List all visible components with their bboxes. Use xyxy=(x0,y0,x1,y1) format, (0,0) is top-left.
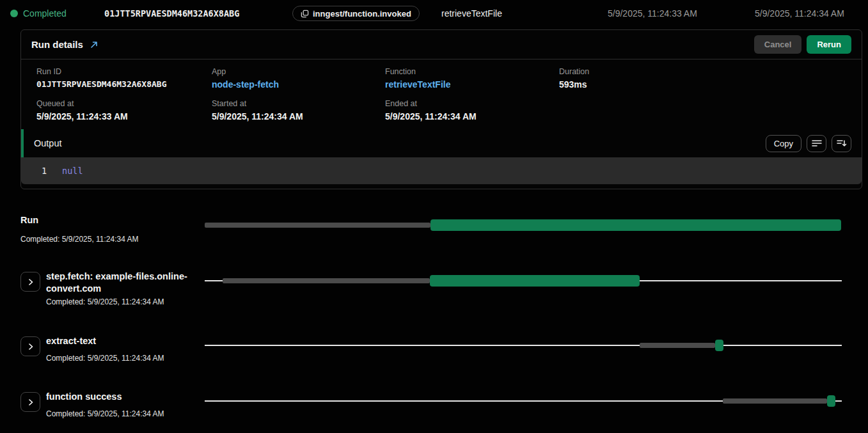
output-success-stripe xyxy=(21,129,24,157)
expand-output-icon[interactable] xyxy=(832,135,851,152)
trigger-event-badge[interactable]: inngest/function.invoked xyxy=(292,6,420,21)
expand-row-button[interactable] xyxy=(20,392,40,412)
wrap-text-icon[interactable] xyxy=(807,135,826,152)
timeline-segment-running xyxy=(430,219,841,231)
copy-output-button[interactable]: Copy xyxy=(766,135,801,152)
run-details-grid: Run ID 01JTT5RPVAESDM46M32A6X8ABG App no… xyxy=(21,59,862,129)
field-duration: Duration 593ms xyxy=(559,67,846,90)
run-details-panel: Run details Cancel Rerun Run ID 01JTT5RP… xyxy=(20,29,862,189)
field-queued-at: Queued at 5/9/2025, 11:24:33 AM xyxy=(36,99,212,122)
timeline-track xyxy=(205,219,842,231)
trigger-event-name: inngest/function.invoked xyxy=(313,9,411,19)
step-name: step.fetch: example-files.online-convert… xyxy=(46,271,207,295)
timeline-row-label: RunCompleted: 5/9/2025, 11:24:34 AM xyxy=(20,214,182,244)
field-label: Queued at xyxy=(36,99,212,108)
field-value: 593ms xyxy=(559,79,846,90)
panel-title: Run details xyxy=(31,39,83,50)
expand-row-button[interactable] xyxy=(20,336,40,356)
run-timeline: RunCompleted: 5/9/2025, 11:24:34 AMstep.… xyxy=(0,189,868,419)
run-id-text: 01JTT5RPVAESDM46M32A6X8ABG xyxy=(104,8,239,19)
field-label: Started at xyxy=(212,99,385,108)
function-name-text: retrieveTextFile xyxy=(441,8,502,19)
field-value: 5/9/2025, 11:24:34 AM xyxy=(212,111,385,122)
timeline-row-label: step.fetch: example-files.online-convert… xyxy=(46,271,207,307)
step-name: Run xyxy=(20,214,182,226)
field-value: 5/9/2025, 11:24:33 AM xyxy=(36,111,212,122)
field-function: Function retrieveTextFile xyxy=(385,67,559,90)
field-label: Run ID xyxy=(36,67,212,76)
expand-row-button[interactable] xyxy=(20,272,40,292)
field-label: Function xyxy=(385,67,559,76)
external-link-icon[interactable] xyxy=(90,40,99,49)
field-label: Duration xyxy=(559,67,846,76)
output-header: Output Copy xyxy=(21,129,862,157)
field-started-at: Started at 5/9/2025, 11:24:34 AM xyxy=(212,99,385,122)
field-label: App xyxy=(212,67,385,76)
field-label: Ended at xyxy=(385,99,559,108)
ended-timestamp: 5/9/2025, 11:24:34 AM xyxy=(755,8,844,19)
timeline-row: extract-textCompleted: 5/9/2025, 11:24:3… xyxy=(0,335,868,363)
timeline-segment-waiting xyxy=(205,223,430,228)
step-completed-at: Completed: 5/9/2025, 11:24:34 AM xyxy=(20,234,182,244)
app-link[interactable]: node-step-fetch xyxy=(212,79,385,90)
timeline-row: function successCompleted: 5/9/2025, 11:… xyxy=(0,391,868,419)
field-run-id: Run ID 01JTT5RPVAESDM46M32A6X8ABG xyxy=(36,67,212,90)
copy-event-icon xyxy=(301,10,309,18)
rerun-button[interactable]: Rerun xyxy=(807,35,851,54)
cancel-button[interactable]: Cancel xyxy=(754,35,802,54)
timeline-track xyxy=(205,340,842,351)
timeline-track xyxy=(205,275,842,287)
timeline-row-label: function successCompleted: 5/9/2025, 11:… xyxy=(46,391,207,419)
step-completed-at: Completed: 5/9/2025, 11:24:34 AM xyxy=(46,409,207,419)
step-completed-at: Completed: 5/9/2025, 11:24:34 AM xyxy=(46,297,207,307)
timeline-track xyxy=(205,395,842,407)
panel-header: Run details Cancel Rerun xyxy=(21,30,862,59)
field-value: 01JTT5RPVAESDM46M32A6X8ABG xyxy=(36,79,212,89)
step-name: extract-text xyxy=(46,335,207,347)
output-value: null xyxy=(62,166,83,176)
field-value: 5/9/2025, 11:24:34 AM xyxy=(385,111,559,122)
output-title: Output xyxy=(34,138,62,148)
status-label: Completed xyxy=(23,8,67,19)
field-app: App node-step-fetch xyxy=(212,67,385,90)
timeline-segment-waiting xyxy=(723,398,827,404)
line-number: 1 xyxy=(21,166,42,176)
run-status-bar: Completed 01JTT5RPVAESDM46M32A6X8ABG inn… xyxy=(0,0,868,27)
step-name: function success xyxy=(46,391,207,403)
queued-timestamp: 5/9/2025, 11:24:33 AM xyxy=(608,8,697,19)
status-dot-icon xyxy=(10,10,18,17)
timeline-baseline xyxy=(205,345,842,346)
timeline-segment-running xyxy=(715,340,723,351)
timeline-segment-running xyxy=(430,275,640,287)
timeline-row: step.fetch: example-files.online-convert… xyxy=(0,271,868,307)
function-link[interactable]: retrieveTextFile xyxy=(385,79,559,90)
timeline-segment-waiting xyxy=(223,278,430,283)
timeline-segment-running xyxy=(827,395,835,407)
output-code-block[interactable]: 1 null xyxy=(21,157,862,184)
timeline-row: RunCompleted: 5/9/2025, 11:24:34 AM xyxy=(0,214,868,244)
timeline-segment-waiting xyxy=(640,343,715,348)
timeline-row-label: extract-textCompleted: 5/9/2025, 11:24:3… xyxy=(46,335,207,363)
step-completed-at: Completed: 5/9/2025, 11:24:34 AM xyxy=(46,353,207,363)
field-ended-at: Ended at 5/9/2025, 11:24:34 AM xyxy=(385,99,559,122)
